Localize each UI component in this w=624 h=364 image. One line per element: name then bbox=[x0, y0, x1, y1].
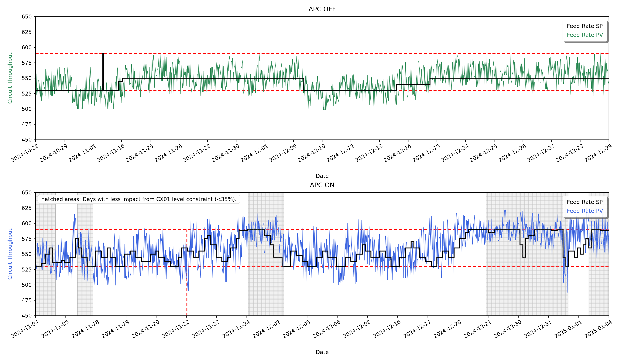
y-tick-label: 600 bbox=[17, 220, 32, 227]
y-tick-label: 550 bbox=[17, 251, 32, 257]
legend-item-feed-rate-pv: Feed Rate PV bbox=[567, 207, 603, 216]
y-tick-label: 550 bbox=[17, 75, 32, 81]
plot-title-apc-off: APC OFF bbox=[309, 5, 336, 13]
y-tick-label: 500 bbox=[17, 106, 32, 112]
y-tick-label: 625 bbox=[17, 29, 32, 35]
legend-item-feed-rate-sp: Feed Rate SP bbox=[567, 22, 603, 31]
y-axis-label-top: Circuit Throughput bbox=[7, 52, 13, 104]
hatched-areas-annotation: hatched areas: Days with less impact fro… bbox=[38, 195, 240, 204]
y-tick-label: 575 bbox=[17, 60, 32, 66]
y-tick-label: 575 bbox=[17, 236, 32, 242]
y-tick-label: 650 bbox=[17, 190, 32, 196]
legend-item-feed-rate-pv: Feed Rate PV bbox=[567, 31, 603, 39]
plot-title-apc-on: APC ON bbox=[310, 181, 335, 189]
y-tick-label: 450 bbox=[17, 313, 32, 319]
y-tick-label: 650 bbox=[17, 14, 32, 20]
legend-item-feed-rate-sp: Feed Rate SP bbox=[567, 198, 603, 207]
x-axis-label-top: Date bbox=[316, 173, 329, 179]
y-tick-label: 475 bbox=[17, 121, 32, 127]
y-tick-label: 475 bbox=[17, 297, 32, 303]
y-axis-label-bottom: Circuit Throughput bbox=[7, 228, 13, 280]
y-tick-label: 600 bbox=[17, 44, 32, 50]
figure: APC OFF Circuit Throughput Date Feed Rat… bbox=[0, 0, 624, 364]
legend-bottom: Feed Rate SP Feed Rate PV bbox=[563, 195, 607, 218]
y-tick-label: 625 bbox=[17, 205, 32, 211]
y-tick-label: 525 bbox=[17, 90, 32, 97]
legend-top: Feed Rate SP Feed Rate PV bbox=[563, 20, 607, 42]
y-tick-label: 525 bbox=[17, 267, 32, 273]
y-tick-label: 500 bbox=[17, 282, 32, 288]
y-tick-label: 450 bbox=[17, 137, 32, 143]
x-axis-label-bottom: Date bbox=[316, 349, 329, 355]
